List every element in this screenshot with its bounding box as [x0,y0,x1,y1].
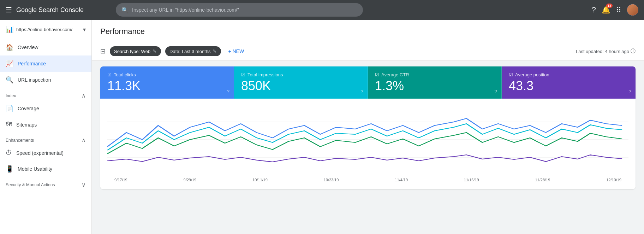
sidebar-item-overview-label: Overview [18,45,38,50]
metric-tile-position[interactable]: ☑ Average position 43.3 ? [502,66,636,99]
index-collapse-icon[interactable]: ∧ [82,92,86,99]
x-label-7: 12/10/19 [606,178,621,182]
site-selector[interactable]: 📊 https://online-behavior.com/ ▾ [0,20,91,39]
url-search-icon: 🔍 [6,76,13,84]
sidebar-item-mobile-label: Mobile Usability [18,166,52,172]
sidebar-item-url-label: URL inspection [18,77,51,83]
home-icon: 🏠 [6,43,13,51]
page-header: Performance [92,20,644,42]
tile-header-ctr: ☑ Average CTR [375,72,494,77]
chart-card: ☑ Total clicks 11.3K ? ☑ Total impressio… [100,66,636,189]
security-collapse-icon[interactable]: ∨ [82,181,86,188]
hamburger-icon[interactable]: ☰ [6,6,12,14]
enhancements-section-header: Enhancements ∧ [0,133,91,145]
page-title: Performance [100,27,636,36]
sidebar-item-speed[interactable]: ⏱ Speed (experimental) [0,145,91,161]
notification-badge: 14 [606,4,613,8]
sidebar-item-coverage-label: Coverage [18,106,39,111]
sidebar-item-sitemaps[interactable]: 🗺 Sitemaps [0,117,91,133]
sidebar-item-coverage[interactable]: 📄 Coverage [0,100,91,117]
tile-check-clicks: ☑ [107,72,112,77]
dropdown-arrow-icon: ▾ [83,26,86,33]
clicks-line [107,118,622,147]
x-label-6: 11/28/19 [535,178,550,182]
tile-header-position: ☑ Average position [509,72,628,77]
ctr-line [107,133,622,154]
tile-help-clicks[interactable]: ? [227,89,229,94]
sidebar-item-mobile[interactable]: 📱 Mobile Usability [0,161,91,177]
last-updated: Last updated: 4 hours ago ⓘ [576,48,636,54]
chart-section: ☑ Total clicks 11.3K ? ☑ Total impressio… [92,61,644,234]
x-label-2: 10/11/19 [252,178,268,182]
coverage-icon: 📄 [6,105,13,112]
speed-icon: ⏱ [6,149,12,157]
tile-check-impressions: ☑ [241,72,245,77]
new-filter-label: + NEW [228,48,244,54]
mobile-icon: 📱 [6,165,13,173]
main-layout: 📊 https://online-behavior.com/ ▾ 🏠 Overv… [0,20,644,234]
security-section-header: Security & Manual Actions ∨ [0,177,91,189]
search-type-filter-chip[interactable]: Search type: Web ✎ [110,46,161,56]
tile-help-impressions[interactable]: ? [360,89,363,94]
metric-tiles: ☑ Total clicks 11.3K ? ☑ Total impressio… [100,66,636,99]
x-label-1: 9/29/19 [184,178,197,182]
position-line [107,155,622,162]
notifications-icon[interactable]: 🔔 14 [602,6,610,14]
sidebar-item-speed-label: Speed (experimental) [16,150,64,156]
avatar[interactable] [627,4,638,16]
sidebar-item-performance-label: Performance [18,61,46,66]
index-section-header: Index ∧ [0,88,91,100]
trending-up-icon: 📈 [6,60,13,68]
avatar-image [627,4,638,16]
security-section-label: Security & Manual Actions [6,182,55,187]
content-area: Performance ⊟ Search type: Web ✎ Date: L… [92,20,644,234]
new-filter-button[interactable]: + NEW [225,46,247,56]
apps-icon[interactable]: ⠿ [616,6,621,14]
tile-value-position: 43.3 [509,79,628,93]
tile-check-ctr: ☑ [375,72,379,77]
tile-label-ctr: Average CTR [381,72,409,77]
sidebar: 📊 https://online-behavior.com/ ▾ 🏠 Overv… [0,20,92,234]
sidebar-item-overview[interactable]: 🏠 Overview [0,39,91,55]
top-header: ☰ Google Search Console 🔍 ? 🔔 14 ⠿ [0,0,644,20]
search-type-label: Search type: Web [114,49,150,54]
tile-check-position: ☑ [509,72,513,77]
performance-chart [107,104,628,175]
metric-tile-impressions[interactable]: ☑ Total impressions 850K ? [234,66,368,99]
tile-label-impressions: Total impressions [248,72,283,77]
tile-value-impressions: 850K [241,79,360,93]
date-label: Date: Last 3 months [169,49,210,54]
sidebar-item-url-inspection[interactable]: 🔍 URL inspection [0,72,91,88]
impressions-line [107,124,622,150]
header-right: ? 🔔 14 ⠿ [592,4,638,16]
x-label-3: 10/23/19 [324,178,339,182]
app-title: Google Search Console [16,6,84,14]
tile-header-clicks: ☑ Total clicks [107,72,227,77]
index-section-label: Index [6,93,16,98]
x-label-4: 11/4/19 [395,178,408,182]
metric-tile-ctr[interactable]: ☑ Average CTR 1.3% ? [368,66,502,99]
search-bar[interactable]: 🔍 [116,3,363,17]
tile-help-ctr[interactable]: ? [494,89,497,94]
site-url: https://online-behavior.com/ [16,27,80,32]
enhancements-collapse-icon[interactable]: ∧ [82,137,86,144]
metric-tile-total-clicks[interactable]: ☑ Total clicks 11.3K ? [100,66,234,99]
chart-container: 9/17/19 9/29/19 10/11/19 10/23/19 11/4/1… [100,99,636,189]
url-search-input[interactable] [132,7,357,13]
search-icon: 🔍 [121,7,129,13]
sitemaps-icon: 🗺 [6,121,12,128]
date-edit-icon: ✎ [213,48,217,54]
tile-header-impressions: ☑ Total impressions [241,72,360,77]
tile-help-position[interactable]: ? [628,89,631,94]
filter-icon[interactable]: ⊟ [100,47,106,55]
date-filter-chip[interactable]: Date: Last 3 months ✎ [165,46,221,56]
last-updated-info-icon[interactable]: ⓘ [631,48,636,54]
sidebar-item-performance[interactable]: 📈 Performance [0,55,91,72]
enhancements-section-label: Enhancements [6,138,34,143]
sidebar-item-sitemaps-label: Sitemaps [16,122,37,128]
site-icon: 📊 [6,25,13,33]
tile-value-ctr: 1.3% [375,79,494,93]
header-left: ☰ Google Search Console [6,6,112,14]
help-icon[interactable]: ? [592,5,596,14]
x-label-5: 11/16/19 [464,178,479,182]
